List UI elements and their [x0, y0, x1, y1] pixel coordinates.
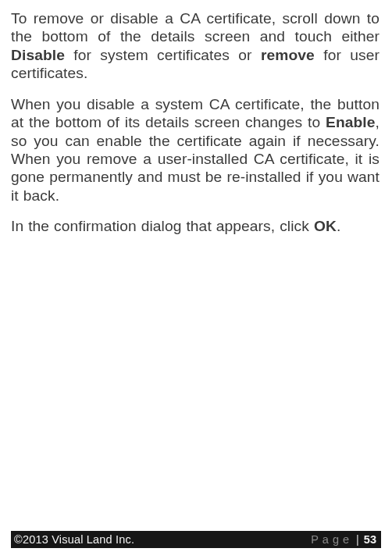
- text-run: To remove or disable a CA certificate, s…: [11, 10, 380, 45]
- document-body: To remove or disable a CA certificate, s…: [11, 9, 380, 248]
- paragraph-2: When you disable a system CA certificate…: [11, 95, 380, 205]
- bold-ok: OK: [314, 218, 337, 234]
- bold-enable: Enable: [326, 114, 376, 130]
- text-run: for system certificates or: [65, 47, 261, 63]
- bold-remove: remove: [261, 47, 315, 63]
- text-run: .: [337, 218, 340, 234]
- footer-page-word: Page: [311, 533, 353, 546]
- footer-page-indicator: Page | 53: [311, 533, 376, 546]
- paragraph-3: In the confirmation dialog that appears,…: [11, 217, 380, 235]
- footer-copyright: ©2013 Visual Land Inc.: [14, 533, 134, 546]
- bold-disable: Disable: [11, 47, 65, 63]
- text-run: When you disable a system CA certificate…: [11, 96, 380, 130]
- footer-page-number: 53: [364, 533, 376, 546]
- text-run: In the confirmation dialog that appears,…: [11, 218, 314, 234]
- paragraph-1: To remove or disable a CA certificate, s…: [11, 9, 380, 83]
- footer-pipe: |: [356, 533, 359, 546]
- page-footer: ©2013 Visual Land Inc. Page | 53: [0, 531, 392, 548]
- footer-bar: ©2013 Visual Land Inc. Page | 53: [11, 531, 381, 548]
- document-page: To remove or disable a CA certificate, s…: [0, 0, 392, 559]
